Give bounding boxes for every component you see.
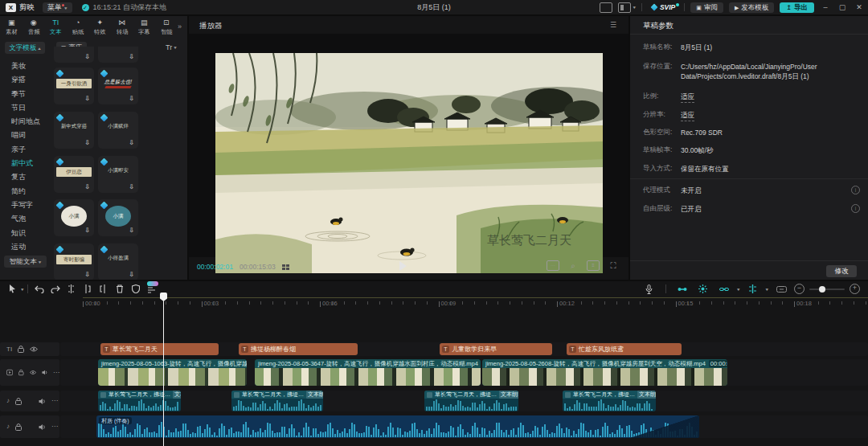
smart-text-dropdown[interactable]: 智能文本 ▾ (4, 256, 47, 268)
text-template-dropdown[interactable]: 文字模板 ▴ (5, 42, 45, 54)
review-button[interactable]: ▣ 审阅 (690, 2, 723, 13)
download-icon[interactable]: ⇩ (128, 139, 135, 146)
sidebar-item-12[interactable]: 知识 (0, 227, 50, 240)
download-icon[interactable]: ⇩ (84, 139, 91, 146)
player-menu-icon[interactable]: ☰ (610, 21, 617, 29)
download-icon[interactable]: ⇩ (84, 53, 91, 60)
ratio-button[interactable]: ≡ (587, 260, 600, 271)
template-card[interactable]: 新中式穿搭⇩ (54, 112, 94, 149)
trim-right-button[interactable] (96, 283, 112, 296)
chevron-down-icon[interactable]: ▾ (737, 286, 740, 291)
export-button[interactable]: ↥ 导出 (780, 2, 814, 13)
template-card[interactable]: 小得盈满⇩ (98, 243, 138, 280)
locate-playhead-button[interactable] (773, 283, 789, 296)
more-options-icon[interactable]: ⋯ (53, 370, 59, 376)
undo-button[interactable] (31, 283, 47, 296)
frame-view-icon[interactable] (282, 264, 289, 270)
info-icon[interactable]: i (851, 204, 860, 213)
sidebar-item-13[interactable]: 运动 (0, 240, 50, 254)
sidebar-item-4[interactable]: 时间地点 (0, 115, 50, 129)
sidebar-item-0[interactable]: 美妆 (0, 59, 50, 73)
text-marker-button[interactable] (144, 283, 160, 296)
player-layout-icon[interactable] (600, 2, 612, 13)
mute-icon[interactable] (39, 423, 46, 431)
close-button[interactable]: ✕ (854, 3, 865, 11)
download-icon[interactable]: ⇩ (128, 183, 135, 190)
timeline-zoom-slider[interactable] (809, 288, 845, 290)
publish-template-button[interactable]: ▶ 发布模板 (729, 2, 774, 13)
fullscreen-button[interactable]: ⛶ (608, 261, 619, 270)
template-card[interactable]: 小满⇩ (98, 199, 138, 236)
lock-icon[interactable] (15, 423, 22, 431)
panel-layout-button[interactable]: ▾ (618, 2, 636, 13)
preview-axis-toggle[interactable] (744, 283, 760, 296)
template-card[interactable]: 小满⇩ (54, 199, 94, 236)
more-tabs-chevron[interactable]: » (178, 23, 182, 31)
lock-icon[interactable] (18, 346, 24, 353)
download-icon[interactable]: ⇩ (128, 95, 135, 102)
template-card[interactable]: 小满即安⇩ (98, 156, 138, 193)
template-card[interactable]: 小满赋烊⇩ (98, 112, 138, 149)
menu-button[interactable]: 菜单 ▾ (43, 2, 72, 13)
param-value[interactable]: 适应 (681, 92, 694, 103)
mute-icon[interactable] (42, 369, 47, 376)
template-card[interactable]: 伊豆恋⇩ (54, 156, 94, 193)
text-clip[interactable]: T拂堤杨柳醉春烟 (239, 343, 358, 355)
tab-sticker[interactable]: ◔贴纸 (68, 16, 89, 39)
eye-icon[interactable] (30, 370, 36, 375)
maximize-button[interactable]: ▢ (837, 3, 848, 11)
video-clip[interactable]: jimeng-2025-08-05-2608-旋转，高速飞行，摄像机穿越房屋到天… (482, 359, 727, 386)
text-clip[interactable]: T忙趁东风放纸鸢 (567, 343, 682, 355)
sidebar-item-10[interactable]: 手写字 (0, 198, 50, 212)
tab-captions[interactable]: ▤字幕 (133, 16, 155, 39)
eye-icon[interactable] (30, 346, 38, 352)
template-card[interactable]: 总是躲去也!⇩ (98, 68, 138, 104)
download-icon[interactable]: ⇩ (84, 227, 91, 234)
info-icon[interactable]: i (851, 186, 860, 194)
sidebar-item-11[interactable]: 气泡 (0, 212, 50, 226)
more-options-icon[interactable]: ⋯ (51, 423, 58, 430)
sidebar-item-5[interactable]: 唱词 (0, 129, 50, 142)
quality-button[interactable]: ··· (547, 260, 559, 271)
param-value[interactable]: 适应 (681, 110, 694, 121)
tab-audio[interactable]: ◉音频 (23, 16, 45, 39)
mute-icon[interactable] (39, 398, 46, 405)
download-icon[interactable]: ⇩ (128, 271, 135, 278)
template-card[interactable]: ⇩ (98, 47, 138, 63)
sidebar-item-6[interactable]: 亲子 (0, 143, 50, 157)
trim-left-button[interactable] (80, 283, 96, 296)
video-clip[interactable]: jimeng-2025-08-05-1063-旋转，高速飞行，摄像机穿越水面，动… (98, 359, 247, 386)
sidebar-item-9[interactable]: 简约 (0, 185, 50, 198)
zoom-fit-button[interactable]: ⌕ (567, 261, 579, 270)
text-clip[interactable]: T草长莺飞二月天 (100, 343, 219, 355)
playhead-line[interactable] (163, 294, 164, 446)
template-card[interactable]: ⇩ (54, 47, 94, 63)
lock-icon[interactable] (18, 369, 23, 376)
template-card[interactable]: 寄时影编⇩ (54, 243, 94, 280)
download-icon[interactable]: ⇩ (84, 271, 91, 278)
more-options-icon[interactable]: ⋯ (51, 398, 58, 404)
modify-button[interactable]: 修改 (826, 265, 857, 277)
tts-audio-clip[interactable]: 草长莺飞二月天，拂堤…文本朗读 云瑶 (424, 391, 518, 411)
chevron-down-icon[interactable]: ▾ (765, 286, 768, 291)
tab-transition[interactable]: ⋈转场 (112, 16, 133, 39)
minimize-button[interactable]: – (820, 3, 831, 11)
tab-effects[interactable]: ✦特效 (89, 16, 111, 39)
linkage-toggle[interactable] (716, 283, 732, 296)
tab-smart[interactable]: ⊡智能 (156, 16, 178, 39)
main-track-magnet-toggle[interactable] (674, 283, 690, 296)
music-clip[interactable]: 村居 (伴奏) (96, 415, 699, 438)
template-card[interactable]: 一身引欲洒⇩ (54, 68, 94, 104)
tab-text[interactable]: TI文本 (45, 16, 67, 39)
sidebar-item-7[interactable]: 新中式 (0, 157, 50, 170)
split-button[interactable] (63, 283, 80, 296)
sidebar-item-3[interactable]: 节日 (0, 101, 50, 115)
tab-media[interactable]: ▣素材 (1, 16, 23, 39)
zoom-in-button[interactable]: + (850, 284, 860, 294)
download-icon[interactable]: ⇩ (128, 227, 135, 234)
download-icon[interactable]: ⇩ (84, 183, 91, 190)
delete-button[interactable] (112, 283, 128, 296)
select-tool-button[interactable] (5, 283, 21, 296)
zoom-slider-handle[interactable] (819, 286, 825, 293)
timeline-ruler[interactable]: 00:0000:0300:0600:0900:1200:1500:18 (0, 298, 868, 310)
